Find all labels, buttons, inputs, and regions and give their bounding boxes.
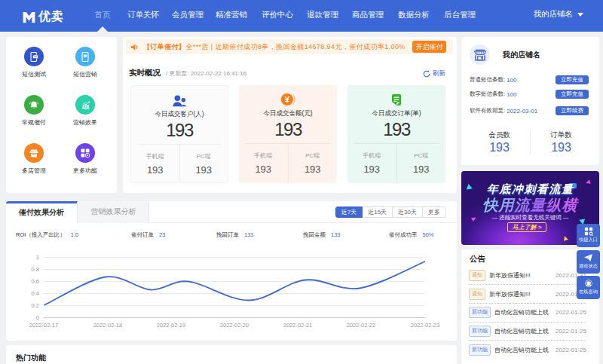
svg-text:2022-02-17: 2022-02-17 [29, 322, 58, 329]
svg-text:2022-02-22: 2022-02-22 [347, 322, 375, 329]
svg-text:2022-02-21: 2022-02-21 [283, 322, 312, 329]
svg-text:2022-02-18: 2022-02-18 [93, 322, 122, 329]
svg-text:2022-02-19: 2022-02-19 [157, 322, 185, 329]
svg-text:0: 0 [36, 314, 39, 321]
svg-text:2022-02-20: 2022-02-20 [220, 322, 249, 329]
svg-text:1: 1 [36, 254, 39, 261]
svg-text:0.8: 0.8 [32, 266, 39, 273]
svg-text:0.6: 0.6 [32, 278, 39, 285]
svg-text:0.2: 0.2 [32, 302, 39, 309]
svg-text:2022-02-23: 2022-02-23 [411, 322, 439, 329]
svg-text:¥: ¥ [284, 95, 289, 104]
svg-text:0.4: 0.4 [32, 290, 39, 297]
